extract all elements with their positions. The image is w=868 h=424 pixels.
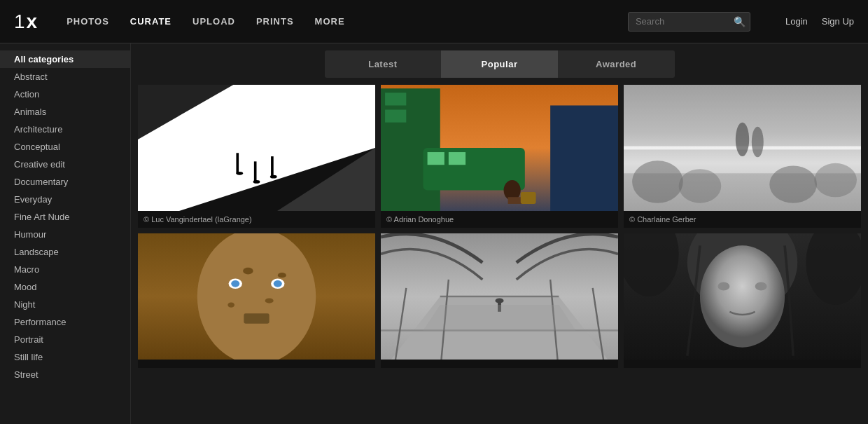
svg-point-33 (231, 280, 239, 287)
svg-marker-51 (424, 305, 576, 330)
photo-image-2 (381, 85, 618, 211)
search-input[interactable] (636, 16, 734, 27)
photo-caption-4 (138, 360, 375, 368)
sidebar: All categories Abstract Action Animals A… (0, 43, 131, 424)
svg-point-35 (274, 280, 282, 287)
svg-point-55 (718, 282, 729, 290)
photo-card-1[interactable]: © Luc Vangindertael (laGrange) (138, 85, 375, 228)
auth-links: Login Sign Up (785, 16, 854, 27)
svg-rect-7 (254, 161, 257, 182)
sidebar-item-documentary[interactable]: Documentary (0, 173, 130, 191)
tabs: Latest Popular Awarded (325, 50, 675, 78)
sidebar-item-street[interactable]: Street (0, 366, 130, 383)
photo-image-3 (624, 85, 861, 211)
nav-photos[interactable]: PHOTOS (66, 16, 109, 27)
photo-caption-5 (381, 360, 618, 368)
svg-rect-5 (236, 153, 239, 173)
nav-prints[interactable]: PRINTS (256, 16, 294, 27)
photo-card-6[interactable] (624, 233, 861, 368)
signup-link[interactable]: Sign Up (822, 16, 854, 27)
sidebar-item-landscape[interactable]: Landscape (0, 243, 130, 261)
svg-point-29 (814, 163, 857, 197)
svg-point-38 (227, 302, 234, 307)
svg-rect-40 (244, 313, 269, 324)
sidebar-item-still-life[interactable]: Still life (0, 348, 130, 366)
header: 1x PHOTOS CURATE UPLOAD PRINTS MORE 🔍 Lo… (0, 0, 868, 43)
photo-image-1 (138, 85, 375, 211)
photo-image-6 (624, 233, 861, 360)
svg-point-54 (700, 245, 785, 347)
content-area: Latest Popular Awarded (131, 43, 868, 424)
photo-caption-3: © Charlaine Gerber (624, 211, 861, 228)
sidebar-item-macro[interactable]: Macro (0, 261, 130, 278)
svg-rect-20 (521, 192, 536, 204)
photo-image-4 (138, 233, 375, 360)
svg-rect-16 (428, 152, 444, 165)
nav-more[interactable]: MORE (315, 16, 345, 27)
svg-point-56 (755, 282, 767, 290)
sidebar-item-abstract[interactable]: Abstract (0, 68, 130, 86)
sidebar-item-animals[interactable]: Animals (0, 103, 130, 121)
login-link[interactable]: Login (785, 16, 808, 27)
photo-caption-6 (624, 360, 861, 368)
svg-rect-9 (271, 156, 274, 177)
photo-card-3[interactable]: © Charlaine Gerber (624, 85, 861, 228)
svg-point-26 (632, 160, 683, 203)
photo-card-2[interactable]: © Adrian Donoghue (381, 85, 618, 228)
svg-point-31 (197, 233, 316, 360)
photo-card-4[interactable] (138, 233, 375, 368)
svg-point-39 (278, 273, 286, 278)
svg-rect-17 (449, 152, 465, 165)
search-icon: 🔍 (734, 16, 746, 27)
sidebar-item-conceptual[interactable]: Conceptual (0, 138, 130, 156)
tab-awarded[interactable]: Awarded (558, 50, 675, 78)
nav-curate[interactable]: CURATE (130, 16, 172, 27)
sidebar-item-creative-edit[interactable]: Creative edit (0, 156, 130, 173)
photo-image-5 (381, 233, 618, 360)
sidebar-item-mood[interactable]: Mood (0, 278, 130, 296)
sidebar-item-all-categories[interactable]: All categories (0, 50, 130, 68)
search-area: 🔍 (628, 12, 750, 32)
sidebar-item-humour[interactable]: Humour (0, 226, 130, 243)
photo-caption-2: © Adrian Donoghue (381, 211, 618, 228)
sidebar-item-everyday[interactable]: Everyday (0, 191, 130, 208)
svg-point-24 (752, 127, 764, 158)
svg-point-23 (736, 123, 749, 156)
sidebar-item-performance[interactable]: Performance (0, 313, 130, 331)
main-layout: All categories Abstract Action Animals A… (0, 43, 868, 424)
photo-caption-1: © Luc Vangindertael (laGrange) (138, 211, 375, 228)
svg-point-37 (265, 298, 274, 303)
sidebar-item-night[interactable]: Night (0, 296, 130, 313)
sidebar-item-action[interactable]: Action (0, 86, 130, 103)
photo-grid: © Luc Vangindertael (laGrange) (138, 85, 861, 368)
photo-card-5[interactable] (381, 233, 618, 368)
sidebar-item-portrait[interactable]: Portrait (0, 331, 130, 348)
logo[interactable]: 1x (14, 11, 38, 33)
sidebar-item-fine-art-nude[interactable]: Fine Art Nude (0, 208, 130, 226)
svg-rect-14 (550, 105, 618, 211)
sidebar-item-architecture[interactable]: Architecture (0, 121, 130, 138)
svg-rect-12 (385, 93, 406, 105)
nav-links: PHOTOS CURATE UPLOAD PRINTS MORE (66, 16, 607, 27)
nav-upload[interactable]: UPLOAD (192, 16, 235, 27)
svg-rect-13 (385, 110, 406, 123)
tab-popular[interactable]: Popular (441, 50, 558, 78)
svg-point-36 (243, 268, 253, 275)
tab-latest[interactable]: Latest (325, 50, 442, 78)
svg-point-28 (769, 165, 817, 203)
svg-point-27 (679, 169, 722, 203)
